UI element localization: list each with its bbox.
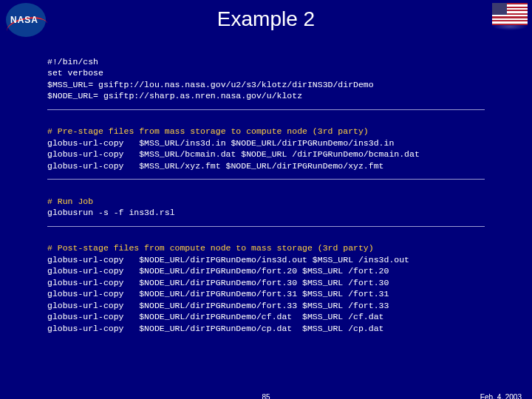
code-comment: # Post-stage files from compute node to … [47,243,374,253]
code-line: globus-url-copy $NODE_URL/dirIPGRunDemo/… [47,278,389,287]
code-line: globus-url-copy $NODE_URL/dirIPGRunDemo/… [47,301,389,310]
code-line: globus-url-copy $MSS_URL/bcmain.dat $NOD… [47,149,420,159]
code-line: $MSS_URL= gsiftp://lou.nas.nasa.gov/u2/s… [47,80,374,89]
run-code-block: # Run Job globusrun -s -f ins3d.rsl [0,184,532,219]
code-line: globus-url-copy $NODE_URL/dirIPGRunDemo/… [47,324,383,333]
code-line: #!/bin/csh [47,57,98,66]
us-flag-icon [492,3,528,31]
nasa-logo: NASA [6,3,47,38]
footer-date: Feb. 4, 2003 [480,393,522,399]
code-line: globus-url-copy $MSS_URL/ins3d.in $NODE_… [47,138,394,148]
code-line: globus-url-copy $NODE_URL/dirIPGRunDemo/… [47,255,409,265]
prestage-code-block: # Pre-stage files from mass storage to c… [0,115,532,172]
code-line: globusrun -s -f ins3d.rsl [47,208,175,217]
divider [47,226,485,227]
code-line: $NODE_URL= gsiftp://sharp.as.nren.nasa.g… [47,91,302,100]
setup-code-block: #!/bin/csh set verbose $MSS_URL= gsiftp:… [0,44,532,102]
page-number: 85 [262,393,270,399]
code-comment: # Run Job [47,197,93,206]
poststage-code-block: # Post-stage files from compute node to … [0,231,532,335]
code-line: set verbose [47,68,103,78]
code-line: globus-url-copy $NODE_URL/dirIPGRunDemo/… [47,289,389,299]
code-line: globus-url-copy $NODE_URL/dirIPGRunDemo/… [47,266,389,276]
slide-title: Example 2 [0,0,532,31]
divider [47,179,485,180]
code-line: globus-url-copy $MSS_URL/xyz.fmt $NODE_U… [47,161,383,171]
code-comment: # Pre-stage files from mass storage to c… [47,126,369,136]
nasa-logo-text: NASA [10,15,38,25]
slide-header: NASA Example 2 [0,0,532,44]
divider [47,109,485,110]
code-line: globus-url-copy $NODE_URL/dirIPGRunDemo/… [47,312,383,321]
